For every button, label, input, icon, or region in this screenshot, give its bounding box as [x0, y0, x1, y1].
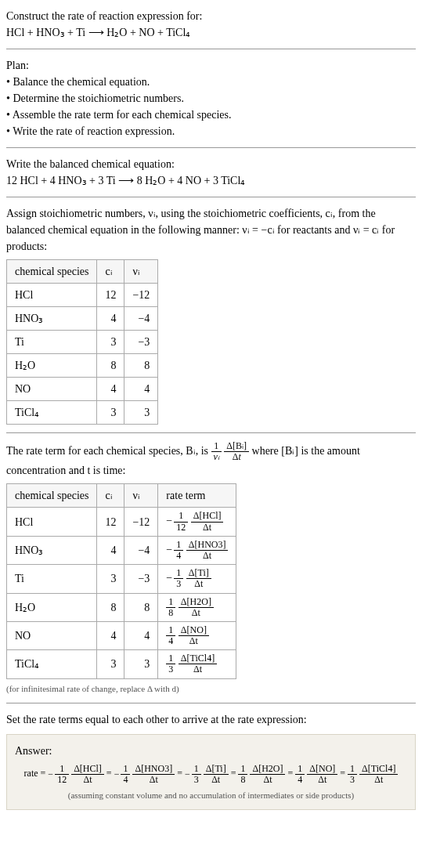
rate-note: (assuming constant volume and no accumul… [15, 789, 407, 802]
cell-species: HCl [7, 284, 97, 307]
cell-c: 4 [97, 378, 124, 401]
cell-c: 3 [97, 650, 124, 678]
cell-rate: 13 Δ[TiCl4]Δt [158, 650, 236, 678]
cell-c: 3 [97, 401, 124, 425]
cell-c: 8 [97, 593, 124, 621]
rateterm-footnote: (for infinitesimal rate of change, repla… [6, 682, 416, 696]
table-header-row: chemical species cᵢ νᵢ rate term [7, 484, 236, 508]
cell-v: −3 [124, 565, 158, 593]
plan-title: Plan: [6, 57, 416, 74]
cell-v: 3 [124, 401, 158, 425]
balanced-title: Write the balanced chemical equation: [6, 156, 416, 172]
table-header-row: chemical species cᵢ νᵢ [7, 260, 158, 284]
answer-title: Answer: [15, 743, 407, 759]
table-row: HNO₃4−4 [7, 307, 158, 331]
plan-item: Assemble the rate term for each chemical… [6, 107, 416, 123]
table-row: NO4414 Δ[NO]Δt [7, 621, 236, 649]
plan-item: Balance the chemical equation. [6, 74, 416, 90]
rateterm-table: chemical species cᵢ νᵢ rate term HCl12−1… [6, 483, 236, 678]
col-c: cᵢ [97, 260, 124, 284]
rate-expression: rate = −112 Δ[HCl]Δt = −14 Δ[HNO3]Δt = −… [15, 764, 407, 785]
cell-rate: −13 Δ[Ti]Δt [158, 565, 236, 593]
cell-c: 3 [97, 565, 124, 593]
frac-one-over-nu: 1νᵢ [211, 441, 222, 462]
cell-species: H₂O [7, 354, 97, 378]
col-v: νᵢ [124, 260, 158, 284]
table-row: HCl12−12−112 Δ[HCl]Δt [7, 508, 236, 536]
cell-v: 8 [124, 593, 158, 621]
cell-v: 8 [124, 354, 158, 378]
cell-rate: −112 Δ[HCl]Δt [158, 508, 236, 536]
col-species: chemical species [7, 484, 97, 508]
cell-c: 4 [97, 307, 124, 331]
cell-species: Ti [7, 331, 97, 354]
plan-item: Determine the stoichiometric numbers. [6, 90, 416, 107]
stoich-table: chemical species cᵢ νᵢ HCl12−12 HNO₃4−4 … [6, 259, 158, 425]
cell-species: TiCl₄ [7, 401, 97, 425]
rateterm-intro-a: The rate term for each chemical species,… [6, 445, 211, 457]
frac-dB-dt: Δ[Bᵢ]Δt [224, 441, 249, 462]
table-row: H₂O88 [7, 354, 158, 378]
col-species: chemical species [7, 260, 97, 284]
cell-v: 3 [124, 650, 158, 678]
balanced-equation: 12 HCl + 4 HNO₃ + 3 Ti ⟶ 8 H₂O + 4 NO + … [6, 172, 416, 189]
table-row: TiCl₄3313 Δ[TiCl4]Δt [7, 650, 236, 678]
cell-v: 4 [124, 621, 158, 649]
final-title: Set the rate terms equal to each other t… [6, 711, 416, 728]
cell-c: 3 [97, 331, 124, 354]
col-c: cᵢ [97, 484, 124, 508]
intro-equation: HCl + HNO₃ + Ti ⟶ H₂O + NO + TiCl₄ [6, 24, 416, 41]
cell-v: −4 [124, 307, 158, 331]
cell-species: Ti [7, 565, 97, 593]
table-row: HCl12−12 [7, 284, 158, 307]
cell-species: NO [7, 378, 97, 401]
rateterm-intro: The rate term for each chemical species,… [6, 441, 416, 479]
table-row: TiCl₄33 [7, 401, 158, 425]
cell-species: HNO₃ [7, 307, 97, 331]
intro-line1: Construct the rate of reaction expressio… [6, 8, 416, 24]
stoich-intro: Assign stoichiometric numbers, νᵢ, using… [6, 205, 416, 255]
col-rate: rate term [158, 484, 236, 508]
cell-c: 8 [97, 354, 124, 378]
cell-species: HCl [7, 508, 97, 536]
col-v: νᵢ [124, 484, 158, 508]
cell-c: 12 [97, 508, 124, 536]
cell-c: 4 [97, 621, 124, 649]
plan-list: Balance the chemical equation. Determine… [6, 74, 416, 139]
table-row: NO44 [7, 378, 158, 401]
cell-v: −12 [124, 508, 158, 536]
cell-species: H₂O [7, 593, 97, 621]
stoich-section: Assign stoichiometric numbers, νᵢ, using… [0, 197, 422, 432]
final-section: Set the rate terms equal to each other t… [0, 703, 422, 818]
table-row: Ti3−3 [7, 331, 158, 354]
cell-c: 4 [97, 536, 124, 564]
cell-rate: 14 Δ[NO]Δt [158, 621, 236, 649]
intro-section: Construct the rate of reaction expressio… [0, 0, 422, 49]
rateterm-section: The rate term for each chemical species,… [0, 433, 422, 703]
balanced-section: Write the balanced chemical equation: 12… [0, 148, 422, 197]
plan-section: Plan: Balance the chemical equation. Det… [0, 49, 422, 147]
table-row: H₂O8818 Δ[H2O]Δt [7, 593, 236, 621]
cell-v: 4 [124, 378, 158, 401]
cell-v: −4 [124, 536, 158, 564]
table-row: HNO₃4−4−14 Δ[HNO3]Δt [7, 536, 236, 564]
cell-species: TiCl₄ [7, 650, 97, 678]
cell-v: −12 [124, 284, 158, 307]
answer-box: Answer: rate = −112 Δ[HCl]Δt = −14 Δ[HNO… [6, 734, 416, 810]
plan-item: Write the rate of reaction expression. [6, 123, 416, 139]
cell-c: 12 [97, 284, 124, 307]
cell-rate: 18 Δ[H2O]Δt [158, 593, 236, 621]
cell-species: HNO₃ [7, 536, 97, 564]
table-row: Ti3−3−13 Δ[Ti]Δt [7, 565, 236, 593]
cell-species: NO [7, 621, 97, 649]
cell-rate: −14 Δ[HNO3]Δt [158, 536, 236, 564]
cell-v: −3 [124, 331, 158, 354]
